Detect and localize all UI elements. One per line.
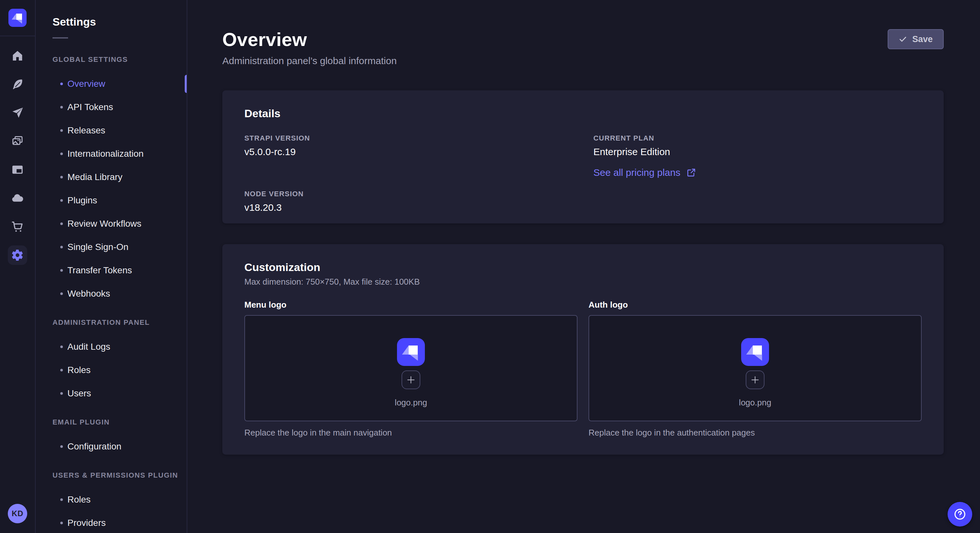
sidebar-item-review-workflows[interactable]: Review Workflows xyxy=(36,212,187,235)
bullet-icon xyxy=(60,522,63,524)
check-icon xyxy=(899,35,907,43)
auth-logo-dropzone[interactable]: logo.png xyxy=(589,315,922,421)
sidebar-item-up-roles[interactable]: Roles xyxy=(36,488,187,511)
sidebar-item-transfer-tokens[interactable]: Transfer Tokens xyxy=(36,259,187,282)
section-header: GLOBAL SETTINGS xyxy=(52,56,187,64)
bullet-icon xyxy=(60,176,63,178)
rail-nav xyxy=(0,41,35,270)
sidebar-item-api-tokens[interactable]: API Tokens xyxy=(36,95,187,119)
pricing-plans-link[interactable]: See all pricing plans xyxy=(593,167,696,178)
field-value: Enterprise Edition xyxy=(593,146,922,157)
sidebar-item-media-library[interactable]: Media Library xyxy=(36,165,187,189)
logo-filename: logo.png xyxy=(395,398,427,408)
bullet-icon xyxy=(60,498,63,501)
customization-card-title: Customization xyxy=(244,261,922,274)
sidebar-item-overview[interactable]: Overview xyxy=(36,72,187,95)
logo-uploads: Menu logo logo.png Replace the logo in t… xyxy=(244,300,922,438)
field-label: NODE VERSION xyxy=(244,190,573,198)
workspace-logo-cell xyxy=(0,0,35,36)
sidebar-item-plugins[interactable]: Plugins xyxy=(36,189,187,212)
bullet-icon xyxy=(60,392,63,395)
bullet-icon xyxy=(60,199,63,202)
section-header: USERS & PERMISSIONS PLUGIN xyxy=(52,471,187,479)
sidebar-item-internationalization[interactable]: Internationalization xyxy=(36,142,187,165)
page-header: Overview Administration panel’s global i… xyxy=(222,29,944,67)
main-content: Overview Administration panel’s global i… xyxy=(187,0,980,533)
cloud-icon[interactable] xyxy=(0,184,35,213)
menu-logo-preview xyxy=(397,338,425,366)
upload-label: Auth logo xyxy=(589,300,922,310)
plus-icon xyxy=(406,375,416,385)
add-logo-button[interactable] xyxy=(401,370,420,389)
question-mark-icon xyxy=(953,508,967,521)
bullet-icon xyxy=(60,369,63,371)
auth-logo-upload: Auth logo logo.png Replace the logo in t… xyxy=(589,300,922,438)
sidebar-item-up-providers[interactable]: Providers xyxy=(36,511,187,533)
section-header: ADMINISTRATION PANEL xyxy=(52,318,187,327)
logo-filename: logo.png xyxy=(739,398,771,408)
page-title: Overview xyxy=(222,29,397,50)
sidebar-item-audit-logs[interactable]: Audit Logs xyxy=(36,335,187,359)
settings-gear-icon[interactable] xyxy=(0,241,35,270)
customization-subtitle: Max dimension: 750×750, Max file size: 1… xyxy=(244,277,922,287)
strapi-admin-settings-page: KD Settings GLOBAL SETTINGS Overview API… xyxy=(0,0,980,533)
upload-helper-text: Replace the logo in the main navigation xyxy=(244,428,578,438)
save-button[interactable]: Save xyxy=(888,29,944,49)
sidebar-item-releases[interactable]: Releases xyxy=(36,119,187,142)
section-email-plugin: EMAIL PLUGIN Configuration xyxy=(36,418,187,458)
title-divider xyxy=(52,37,68,38)
bullet-icon xyxy=(60,106,63,108)
plus-icon xyxy=(750,375,760,385)
bullet-icon xyxy=(60,246,63,248)
add-logo-button[interactable] xyxy=(746,370,765,389)
marketplace-cart-icon[interactable] xyxy=(0,213,35,241)
settings-sidebar: Settings GLOBAL SETTINGS Overview API To… xyxy=(36,0,187,533)
upload-helper-text: Replace the logo in the authentication p… xyxy=(589,428,922,438)
field-value: v18.20.3 xyxy=(244,202,573,213)
bullet-icon xyxy=(60,292,63,295)
sidebar-item-webhooks[interactable]: Webhooks xyxy=(36,282,187,305)
paper-plane-icon[interactable] xyxy=(0,98,35,127)
bullet-icon xyxy=(60,445,63,448)
home-icon[interactable] xyxy=(0,41,35,70)
help-button[interactable] xyxy=(948,502,972,527)
bullet-icon xyxy=(60,222,63,225)
section-global-settings: GLOBAL SETTINGS Overview API Tokens Rele… xyxy=(36,56,187,305)
bullet-icon xyxy=(60,82,63,85)
bullet-icon xyxy=(60,269,63,272)
media-library-icon[interactable] xyxy=(0,127,35,155)
field-label: STRAPI VERSION xyxy=(244,134,573,143)
section-header: EMAIL PLUGIN xyxy=(52,418,187,427)
bullet-icon xyxy=(60,129,63,132)
page-subtitle: Administration panel’s global informatio… xyxy=(222,56,397,67)
user-avatar[interactable]: KD xyxy=(8,504,27,523)
sidebar-item-single-sign-on[interactable]: Single Sign-On xyxy=(36,235,187,259)
details-card-title: Details xyxy=(244,107,922,120)
field-value: v5.0.0-rc.19 xyxy=(244,146,573,157)
bullet-icon xyxy=(60,346,63,348)
bullet-icon xyxy=(60,152,63,155)
details-card: Details STRAPI VERSION v5.0.0-rc.19 NODE… xyxy=(222,90,944,224)
auth-logo-preview xyxy=(741,338,769,366)
content-manager-icon[interactable] xyxy=(0,155,35,184)
node-version-field: NODE VERSION v18.20.3 xyxy=(244,190,573,213)
menu-logo-dropzone[interactable]: logo.png xyxy=(244,315,578,421)
strapi-logo-icon[interactable] xyxy=(8,9,27,27)
main-nav-rail: KD xyxy=(0,0,36,533)
sidebar-item-admin-users[interactable]: Users xyxy=(36,382,187,405)
details-grid: STRAPI VERSION v5.0.0-rc.19 NODE VERSION… xyxy=(244,134,922,213)
field-label: CURRENT PLAN xyxy=(593,134,922,143)
upload-label: Menu logo xyxy=(244,300,578,310)
customization-card: Customization Max dimension: 750×750, Ma… xyxy=(222,244,944,455)
current-plan-field: CURRENT PLAN Enterprise Edition xyxy=(593,134,922,157)
sidebar-title: Settings xyxy=(52,16,187,28)
strapi-version-field: STRAPI VERSION v5.0.0-rc.19 xyxy=(244,134,573,157)
sidebar-item-admin-roles[interactable]: Roles xyxy=(36,359,187,382)
section-users-permissions-plugin: USERS & PERMISSIONS PLUGIN Roles Provide… xyxy=(36,471,187,533)
section-administration-panel: ADMINISTRATION PANEL Audit Logs Roles Us… xyxy=(36,318,187,405)
external-link-icon xyxy=(686,168,696,178)
active-indicator xyxy=(185,75,187,93)
sidebar-item-email-configuration[interactable]: Configuration xyxy=(36,435,187,458)
menu-logo-upload: Menu logo logo.png Replace the logo in t… xyxy=(244,300,578,438)
feather-icon[interactable] xyxy=(0,70,35,98)
